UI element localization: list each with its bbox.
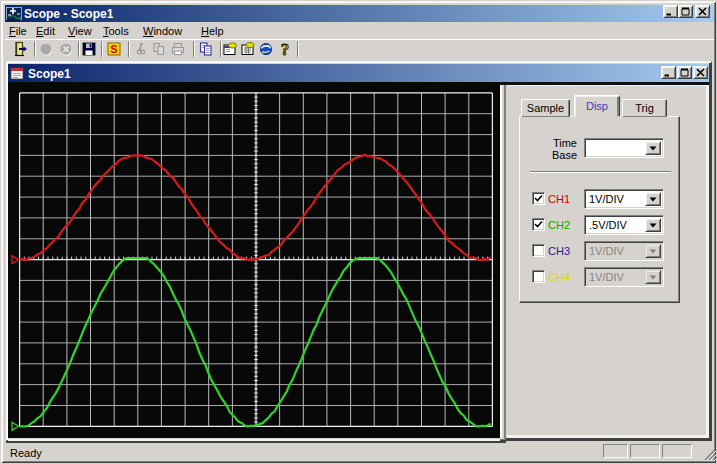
svg-text:?: ? bbox=[281, 41, 290, 57]
svg-text:S: S bbox=[110, 43, 117, 55]
